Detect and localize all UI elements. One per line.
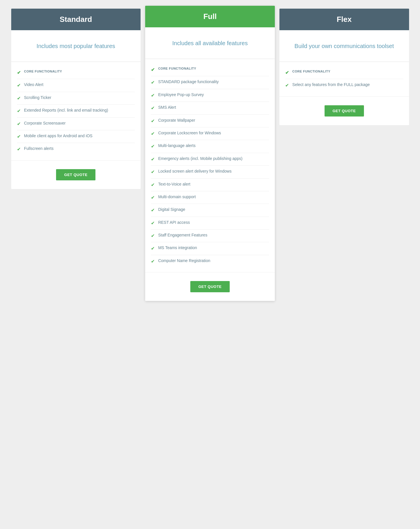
feature-item: ✔Digital Signage [151,204,269,217]
feature-item: ✔Fullscreen alerts [17,143,135,155]
plan-features-full: ✔CORE FUNCTIONALITY✔STANDARD package fun… [145,59,275,272]
check-icon: ✔ [151,258,155,265]
check-icon: ✔ [285,70,289,76]
check-icon: ✔ [151,131,155,137]
feature-label: Corporate Lockscreen for Windows [158,130,221,136]
check-icon: ✔ [151,143,155,150]
plan-header-standard: Standard [11,9,141,30]
plan-cta-full: GET QUOTE [145,272,275,301]
plan-header-full: Full [145,6,275,27]
feature-label: Multi-domain support [158,194,196,200]
check-icon: ✔ [151,194,155,201]
feature-label: CORE FUNCTIONALITY [292,69,330,74]
feature-label: Scrolling Ticker [24,95,51,101]
plan-title-flex: Flex [285,15,403,24]
plan-subtitle-flex: Build your own communications toolset [279,30,409,62]
check-icon: ✔ [17,146,21,152]
plan-header-flex: Flex [279,9,409,30]
plan-subtitle-standard: Includes most popular features [11,30,141,62]
feature-label: MS Teams integration [158,245,197,251]
feature-item: ✔Locked screen alert delivery for Window… [151,166,269,178]
feature-item: ✔Multi-domain support [151,191,269,204]
feature-label: CORE FUNCTIONALITY [158,66,196,71]
check-icon: ✔ [17,95,21,102]
feature-label: Text-to-Voice alert [158,182,190,187]
feature-item: ✔Corporate Screensaver [17,118,135,130]
feature-item: ✔Emergency alerts (incl. Mobile publishi… [151,153,269,166]
feature-item: ✔Select any features from the FULL packa… [285,79,403,91]
check-icon: ✔ [151,105,155,111]
feature-label: REST API access [158,220,190,226]
feature-label: Staff Engagement Features [158,232,207,238]
check-icon: ✔ [285,82,289,89]
get-quote-button-flex[interactable]: GET QUOTE [325,105,364,117]
feature-item: ✔Scrolling Ticker [17,92,135,105]
feature-item: ✔Corporate Wallpaper [151,115,269,127]
feature-item: ✔STANDARD package functionality [151,76,269,89]
feature-label: Extended Reports (incl. link and email t… [24,108,108,113]
plan-features-standard: ✔CORE FUNCTIONALITY✔Video Alert✔Scrollin… [11,62,141,160]
feature-item: ✔Multi-language alerts [151,140,269,153]
check-icon: ✔ [151,79,155,86]
feature-label: Digital Signage [158,207,185,213]
feature-label: CORE FUNCTIONALITY [24,69,62,74]
check-icon: ✔ [151,92,155,99]
feature-item: ✔SMS Alert [151,102,269,114]
feature-label: Emergency alerts (incl. Mobile publishin… [158,156,242,162]
feature-label: Mobile client apps for Android and iOS [24,133,93,139]
check-icon: ✔ [151,233,155,239]
feature-label: STANDARD package functionality [158,79,219,85]
check-icon: ✔ [151,245,155,252]
plan-title-standard: Standard [17,15,135,24]
plan-card-standard: StandardIncludes most popular features✔C… [11,9,141,189]
feature-item: ✔CORE FUNCTIONALITY [285,66,403,79]
plan-subtitle-full: Includes all available features [145,27,275,59]
plan-title-full: Full [151,12,269,21]
check-icon: ✔ [17,121,21,127]
get-quote-button-standard[interactable]: GET QUOTE [56,169,95,180]
feature-label: Corporate Screensaver [24,121,66,126]
plan-card-flex: FlexBuild your own communications toolse… [279,9,409,125]
check-icon: ✔ [151,207,155,213]
plan-cta-standard: GET QUOTE [11,160,141,189]
pricing-container: StandardIncludes most popular features✔C… [6,6,414,304]
plan-features-flex: ✔CORE FUNCTIONALITY✔Select any features … [279,62,409,96]
plan-cta-flex: GET QUOTE [279,96,409,125]
check-icon: ✔ [151,182,155,188]
feature-item: ✔Mobile client apps for Android and iOS [17,130,135,143]
feature-label: SMS Alert [158,105,176,110]
check-icon: ✔ [17,108,21,114]
feature-item: ✔Computer Name Registration [151,255,269,268]
feature-item: ✔Text-to-Voice alert [151,179,269,191]
check-icon: ✔ [17,70,21,76]
feature-label: Select any features from the FULL packag… [292,82,370,88]
feature-item: ✔MS Teams integration [151,242,269,255]
get-quote-button-full[interactable]: GET QUOTE [190,281,230,292]
feature-item: ✔REST API access [151,217,269,230]
check-icon: ✔ [151,156,155,163]
feature-label: Locked screen alert delivery for Windows [158,169,231,174]
feature-item: ✔Video Alert [17,79,135,92]
feature-label: Multi-language alerts [158,143,195,149]
feature-item: ✔Staff Engagement Features [151,230,269,242]
feature-item: ✔Extended Reports (incl. link and email … [17,105,135,117]
check-icon: ✔ [151,169,155,175]
feature-item: ✔CORE FUNCTIONALITY [17,66,135,79]
feature-label: Corporate Wallpaper [158,118,195,123]
check-icon: ✔ [151,220,155,226]
feature-item: ✔Employee Pop-up Survey [151,89,269,102]
check-icon: ✔ [151,67,155,73]
check-icon: ✔ [17,82,21,89]
check-icon: ✔ [151,118,155,124]
feature-item: ✔Corporate Lockscreen for Windows [151,127,269,140]
plan-card-full: FullIncludes all available features✔CORE… [145,6,275,301]
feature-label: Fullscreen alerts [24,146,54,152]
feature-label: Computer Name Registration [158,258,210,264]
check-icon: ✔ [17,133,21,140]
feature-label: Employee Pop-up Survey [158,92,204,98]
feature-item: ✔CORE FUNCTIONALITY [151,64,269,76]
feature-label: Video Alert [24,82,43,88]
